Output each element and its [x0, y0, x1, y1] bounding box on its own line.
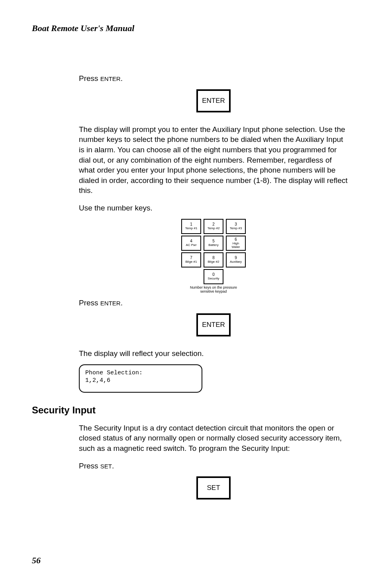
key-1-label: Temp #1	[185, 227, 198, 230]
keypad-row-3: 7Bilge #1 8Bilge #2 9Auxiliary	[180, 252, 247, 267]
key-4: 4AC Pwr	[181, 236, 201, 251]
enter-smallcaps-2: ENTER	[100, 300, 121, 307]
key-7-num: 7	[190, 256, 192, 260]
press-set: Press SET.	[79, 461, 348, 471]
press-enter-1: Press ENTER.	[79, 73, 348, 84]
key-3-num: 3	[235, 222, 237, 226]
key-2: 2Temp #2	[204, 219, 223, 234]
key-0-num: 0	[212, 272, 215, 277]
key-6-label: High Water	[231, 242, 240, 249]
key-2-num: 2	[212, 222, 215, 226]
key-9-label: Auxiliary	[230, 260, 242, 264]
keypad-row-2: 4AC Pwr 5Battery 6High Water	[180, 236, 247, 251]
press-text-2: Press	[79, 299, 100, 307]
security-input-heading: Security Input	[32, 405, 348, 416]
page-number: 56	[32, 555, 41, 566]
period-1: .	[121, 74, 123, 83]
key-0: 0Security	[204, 269, 223, 284]
press-text-3: Press	[79, 462, 100, 470]
enter-key-illustration-2: ENTER	[196, 313, 231, 336]
display-reflect-text: The display will reflect your selection.	[79, 348, 348, 359]
key-4-label: AC Pwr	[186, 244, 196, 247]
key-5-label: Battery	[208, 244, 218, 247]
press-enter-2: Press ENTER.	[79, 298, 348, 308]
security-input-paragraph: The Security Input is a dry contact dete…	[79, 423, 348, 454]
press-text: Press	[79, 74, 100, 83]
keypad-row-1: 1Temp #1 2Temp #2 3Temp #3	[180, 219, 247, 234]
key-3: 3Temp #3	[226, 219, 246, 234]
keypad-illustration: 1Temp #1 2Temp #2 3Temp #3 4AC Pwr 5Batt…	[180, 219, 247, 294]
key-7-label: Bilge #1	[186, 260, 197, 264]
key-7: 7Bilge #1	[181, 252, 201, 267]
security-content: The Security Input is a dry contact dete…	[79, 423, 348, 500]
key-9: 9Auxiliary	[226, 252, 246, 267]
lcd-display: Phone Selection: 1,2,4,6	[79, 364, 202, 393]
key-6-num: 6	[235, 237, 237, 242]
key-4-num: 4	[190, 239, 192, 243]
use-number-keys-text: Use the number keys.	[79, 203, 348, 213]
main-content: Press ENTER. ENTER The display will prom…	[79, 73, 348, 393]
key-5-num: 5	[212, 239, 215, 243]
key-5: 5Battery	[204, 236, 223, 251]
keypad-caption: Number keys on the pressure sensitive ke…	[180, 286, 247, 294]
key-8-num: 8	[212, 256, 215, 260]
key-8-label: Bilge #2	[208, 260, 219, 264]
auxiliary-input-paragraph: The display will prompt you to enter the…	[79, 124, 348, 196]
keypad-row-4: 0Security	[180, 269, 247, 284]
enter-key-illustration-1: ENTER	[196, 89, 231, 112]
key-9-num: 9	[235, 256, 237, 260]
page-header: Boat Remote User's Manual	[32, 23, 348, 33]
enter-smallcaps: ENTER	[100, 75, 121, 82]
lcd-line-2: 1,2,4,6	[85, 377, 196, 385]
period-2: .	[121, 299, 123, 307]
keypad-caption-line2: sensitive keypad	[200, 289, 227, 293]
set-smallcaps: SET	[100, 463, 112, 470]
key-0-label: Security	[208, 277, 219, 281]
lcd-line-1: Phone Selection:	[85, 369, 196, 377]
keypad-caption-line1: Number keys on the pressure	[190, 285, 237, 289]
key-6: 6High Water	[226, 236, 246, 251]
key-1: 1Temp #1	[181, 219, 201, 234]
set-key-illustration: SET	[196, 476, 231, 500]
key-1-num: 1	[190, 222, 192, 226]
key-8: 8Bilge #2	[204, 252, 223, 267]
period-3: .	[112, 462, 114, 470]
key-3-label: Temp #3	[230, 227, 242, 230]
key-2-label: Temp #2	[208, 227, 220, 230]
